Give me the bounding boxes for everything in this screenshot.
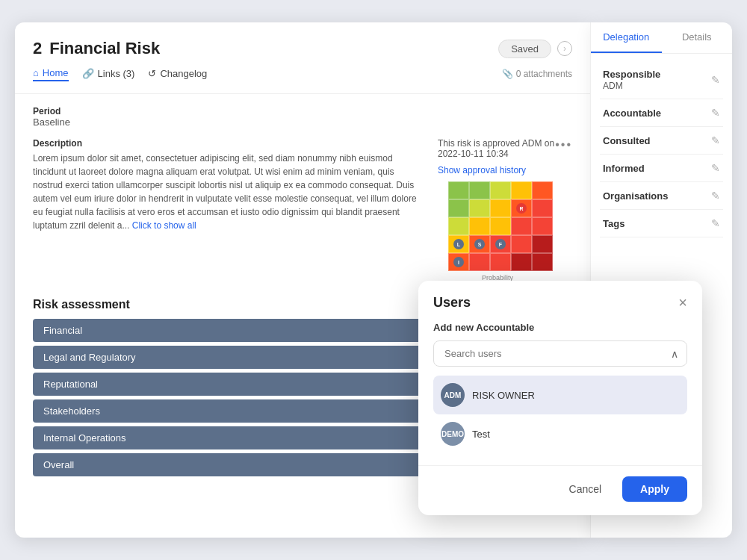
- category-label: Stakeholders: [43, 405, 100, 417]
- outer-container: 2 Financial Risk Saved › ⌂ Home 🔗 Lin: [15, 22, 732, 538]
- category-label: Financial: [43, 325, 82, 336]
- modal-close-button[interactable]: ×: [678, 294, 687, 311]
- sidebar-items: Responsible ADM ✎ Accountable ✎ Consulte…: [591, 54, 732, 245]
- risk-matrix-col: This risk is approved ADM on 2022-10-11 …: [438, 138, 572, 286]
- content-row: Description Lorem ipsum dolor sit amet, …: [33, 138, 572, 286]
- sidebar-item-label: Consulted: [603, 135, 711, 146]
- category-label: Legal and Regulatory: [43, 352, 136, 363]
- period-label: Period: [33, 106, 572, 116]
- edit-icon[interactable]: ✎: [711, 74, 720, 86]
- sidebar-item-left: Tags: [603, 218, 711, 229]
- tab-links-label: Links (3): [98, 68, 135, 79]
- saved-label: Saved: [511, 43, 539, 55]
- user-name: RISK OWNER: [472, 390, 535, 401]
- search-chevron-icon: ∧: [671, 348, 678, 360]
- main-header: 2 Financial Risk Saved › ⌂ Home 🔗 Lin: [15, 22, 590, 94]
- apply-button[interactable]: Apply: [622, 476, 687, 502]
- expand-button[interactable]: ›: [557, 41, 572, 56]
- search-users-input[interactable]: [433, 340, 687, 367]
- home-icon: ⌂: [33, 67, 39, 78]
- click-show[interactable]: Click to show all: [132, 220, 196, 231]
- risk-matrix: Consequence RLSFI Probability: [438, 181, 557, 286]
- sidebar-item-tags: Tags ✎: [600, 210, 723, 237]
- search-input-wrap: ∧: [433, 340, 687, 367]
- category-label: Overall: [43, 459, 74, 470]
- tab-changelog[interactable]: ↺ Changelog: [148, 66, 207, 81]
- changelog-icon: ↺: [148, 68, 156, 79]
- user-list-item[interactable]: ADM RISK OWNER: [433, 376, 687, 414]
- nav-tabs: ⌂ Home 🔗 Links (3) ↺ Changelog 📎 0 attac…: [33, 66, 572, 81]
- sidebar-item-label: Informed: [603, 163, 711, 174]
- edit-icon[interactable]: ✎: [711, 190, 720, 202]
- attachment-icon: 📎: [502, 69, 513, 79]
- tab-changelog-label: Changelog: [160, 68, 207, 79]
- user-avatar: ADM: [441, 383, 465, 407]
- user-name: Test: [472, 429, 490, 440]
- sidebar-item-left: Responsible ADM: [603, 69, 711, 91]
- three-dots-menu[interactable]: •••: [555, 138, 572, 152]
- page-number: 2: [33, 39, 42, 58]
- sidebar-item-left: Organisations: [603, 190, 711, 202]
- tab-home-label: Home: [43, 67, 69, 78]
- edit-icon[interactable]: ✎: [711, 107, 720, 119]
- edit-icon[interactable]: ✎: [711, 217, 720, 229]
- sidebar-item-left: Accountable: [603, 108, 711, 119]
- modal-title: Users: [433, 295, 471, 311]
- saved-badge: Saved: [498, 40, 551, 58]
- modal-footer: Cancel Apply: [418, 465, 702, 515]
- modal-subtitle: Add new Accountable: [433, 322, 687, 333]
- modal-body: Add new Accountable ∧ ADM RISK OWNER DEM…: [418, 319, 702, 465]
- sidebar-tabs: Delegation Details: [591, 22, 732, 54]
- desc-text: Lorem ipsum dolor sit amet, consectetuer…: [33, 152, 423, 232]
- desc-content: Lorem ipsum dolor sit amet, consectetuer…: [33, 153, 417, 231]
- cancel-button[interactable]: Cancel: [556, 477, 616, 501]
- sidebar-item-left: Informed: [603, 163, 711, 174]
- attachments-info: 📎 0 attachments: [502, 69, 572, 79]
- tab-home[interactable]: ⌂ Home: [33, 66, 69, 81]
- sidebar-item-accountable: Accountable ✎: [600, 99, 723, 127]
- desc-label: Description: [33, 138, 423, 149]
- page-title-text: Financial Risk: [49, 39, 160, 58]
- approval-text: This risk is approved ADM on 2022-10-11 …: [438, 138, 555, 159]
- tab-delegation[interactable]: Delegation: [591, 22, 662, 53]
- period-section: Period Baseline: [33, 106, 572, 128]
- sidebar-item-consulted: Consulted ✎: [600, 127, 723, 155]
- sidebar-item-label: Accountable: [603, 108, 711, 119]
- sidebar-item-label: Tags: [603, 218, 711, 229]
- category-label: Internal Operations: [43, 432, 126, 444]
- sidebar-item-organisations: Organisations ✎: [600, 182, 723, 210]
- link-icon: 🔗: [82, 68, 94, 79]
- user-list-item[interactable]: DEMO Test: [433, 414, 687, 453]
- title-row: 2 Financial Risk Saved ›: [33, 39, 572, 58]
- page-title: 2 Financial Risk: [33, 39, 160, 58]
- sidebar-item-label: Responsible: [603, 69, 711, 80]
- sidebar-item-informed: Informed ✎: [600, 155, 723, 182]
- edit-icon[interactable]: ✎: [711, 162, 720, 174]
- sidebar-item-responsible: Responsible ADM ✎: [600, 61, 723, 99]
- sidebar-item-value: ADM: [603, 81, 711, 91]
- period-value: Baseline: [33, 116, 572, 128]
- edit-icon[interactable]: ✎: [711, 134, 720, 146]
- description-col: Description Lorem ipsum dolor sit amet, …: [33, 138, 423, 286]
- attachments-count: 0 attachments: [516, 69, 572, 79]
- user-list: ADM RISK OWNER DEMO Test: [433, 376, 687, 453]
- show-history-link[interactable]: Show approval history: [438, 165, 555, 175]
- tab-links[interactable]: 🔗 Links (3): [82, 66, 135, 81]
- modal-header: Users ×: [418, 281, 702, 319]
- sidebar-item-left: Consulted: [603, 135, 711, 146]
- users-modal: Users × Add new Accountable ∧ ADM RISK O…: [418, 281, 702, 515]
- tab-details[interactable]: Details: [662, 22, 733, 53]
- sidebar-item-label: Organisations: [603, 190, 711, 202]
- user-avatar: DEMO: [441, 422, 465, 446]
- category-label: Reputational: [43, 379, 98, 390]
